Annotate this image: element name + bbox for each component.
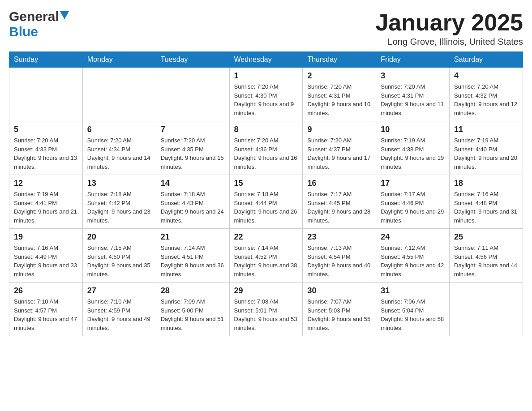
day-info: Sunrise: 7:20 AM Sunset: 4:36 PM Dayligh… xyxy=(234,136,298,171)
day-number: 23 xyxy=(307,232,371,242)
calendar-cell: 1Sunrise: 7:20 AM Sunset: 4:30 PM Daylig… xyxy=(229,68,303,121)
day-number: 27 xyxy=(87,286,151,295)
day-number: 3 xyxy=(381,71,445,81)
col-saturday: Saturday xyxy=(450,52,523,68)
calendar-cell: 6Sunrise: 7:20 AM Sunset: 4:34 PM Daylig… xyxy=(82,121,156,175)
svg-marker-0 xyxy=(60,11,69,19)
col-wednesday: Wednesday xyxy=(229,52,303,68)
day-number: 30 xyxy=(307,286,371,295)
calendar-cell: 2Sunrise: 7:20 AM Sunset: 4:31 PM Daylig… xyxy=(303,68,376,121)
day-number: 21 xyxy=(161,232,225,242)
calendar-cell: 25Sunrise: 7:11 AM Sunset: 4:56 PM Dayli… xyxy=(450,229,523,283)
calendar-cell: 28Sunrise: 7:09 AM Sunset: 5:00 PM Dayli… xyxy=(156,283,229,336)
calendar-cell xyxy=(82,68,156,121)
day-info: Sunrise: 7:06 AM Sunset: 5:04 PM Dayligh… xyxy=(381,297,445,332)
day-number: 29 xyxy=(234,286,298,295)
calendar-cell: 26Sunrise: 7:10 AM Sunset: 4:57 PM Dayli… xyxy=(9,283,83,336)
calendar-header-row: Sunday Monday Tuesday Wednesday Thursday… xyxy=(9,52,523,68)
day-number: 13 xyxy=(87,179,151,188)
day-number: 26 xyxy=(14,286,78,295)
col-friday: Friday xyxy=(376,52,450,68)
day-number: 4 xyxy=(454,71,518,81)
calendar-cell: 27Sunrise: 7:10 AM Sunset: 4:59 PM Dayli… xyxy=(82,283,156,336)
day-info: Sunrise: 7:08 AM Sunset: 5:01 PM Dayligh… xyxy=(234,297,298,332)
day-number: 24 xyxy=(381,232,445,242)
day-info: Sunrise: 7:11 AM Sunset: 4:56 PM Dayligh… xyxy=(454,244,518,278)
day-info: Sunrise: 7:09 AM Sunset: 5:00 PM Dayligh… xyxy=(161,297,225,332)
calendar-cell: 15Sunrise: 7:18 AM Sunset: 4:44 PM Dayli… xyxy=(229,175,303,229)
logo-general-text: General xyxy=(9,9,59,24)
day-info: Sunrise: 7:14 AM Sunset: 4:51 PM Dayligh… xyxy=(161,244,225,278)
calendar-cell: 3Sunrise: 7:20 AM Sunset: 4:31 PM Daylig… xyxy=(376,68,450,121)
day-info: Sunrise: 7:20 AM Sunset: 4:35 PM Dayligh… xyxy=(161,136,225,171)
calendar-cell: 9Sunrise: 7:20 AM Sunset: 4:37 PM Daylig… xyxy=(303,121,376,175)
col-tuesday: Tuesday xyxy=(156,52,229,68)
day-info: Sunrise: 7:10 AM Sunset: 4:59 PM Dayligh… xyxy=(87,297,151,332)
col-sunday: Sunday xyxy=(9,52,83,68)
day-number: 17 xyxy=(381,179,445,188)
day-info: Sunrise: 7:20 AM Sunset: 4:33 PM Dayligh… xyxy=(14,136,78,171)
day-info: Sunrise: 7:16 AM Sunset: 4:49 PM Dayligh… xyxy=(14,244,78,278)
calendar-cell: 4Sunrise: 7:20 AM Sunset: 4:32 PM Daylig… xyxy=(450,68,523,121)
calendar-week-4: 19Sunrise: 7:16 AM Sunset: 4:49 PM Dayli… xyxy=(9,229,523,283)
logo-triangle-icon xyxy=(60,11,69,20)
day-info: Sunrise: 7:14 AM Sunset: 4:52 PM Dayligh… xyxy=(234,244,298,278)
calendar-cell: 19Sunrise: 7:16 AM Sunset: 4:49 PM Dayli… xyxy=(9,229,83,283)
calendar-cell: 18Sunrise: 7:16 AM Sunset: 4:48 PM Dayli… xyxy=(450,175,523,229)
day-info: Sunrise: 7:17 AM Sunset: 4:46 PM Dayligh… xyxy=(381,190,445,225)
day-info: Sunrise: 7:18 AM Sunset: 4:43 PM Dayligh… xyxy=(161,190,225,225)
logo-blue-text: Blue xyxy=(9,24,38,39)
page-header: General Blue January 2025 Long Grove, Il… xyxy=(9,9,523,47)
col-monday: Monday xyxy=(82,52,156,68)
day-info: Sunrise: 7:16 AM Sunset: 4:48 PM Dayligh… xyxy=(454,190,518,225)
day-info: Sunrise: 7:19 AM Sunset: 4:38 PM Dayligh… xyxy=(381,136,445,171)
day-info: Sunrise: 7:13 AM Sunset: 4:54 PM Dayligh… xyxy=(307,244,371,278)
day-info: Sunrise: 7:20 AM Sunset: 4:31 PM Dayligh… xyxy=(381,82,445,117)
calendar-subtitle: Long Grove, Illinois, United States xyxy=(375,37,523,47)
calendar-cell xyxy=(450,283,523,336)
calendar-cell: 21Sunrise: 7:14 AM Sunset: 4:51 PM Dayli… xyxy=(156,229,229,283)
calendar-cell: 12Sunrise: 7:19 AM Sunset: 4:41 PM Dayli… xyxy=(9,175,83,229)
calendar-cell: 23Sunrise: 7:13 AM Sunset: 4:54 PM Dayli… xyxy=(303,229,376,283)
logo: General Blue xyxy=(9,9,69,39)
day-number: 28 xyxy=(161,286,225,295)
calendar-cell: 13Sunrise: 7:18 AM Sunset: 4:42 PM Dayli… xyxy=(82,175,156,229)
day-number: 5 xyxy=(14,125,78,134)
day-number: 12 xyxy=(14,179,78,188)
day-info: Sunrise: 7:20 AM Sunset: 4:34 PM Dayligh… xyxy=(87,136,151,171)
day-info: Sunrise: 7:20 AM Sunset: 4:31 PM Dayligh… xyxy=(307,82,371,117)
day-number: 25 xyxy=(454,232,518,242)
day-info: Sunrise: 7:19 AM Sunset: 4:40 PM Dayligh… xyxy=(454,136,518,171)
day-number: 10 xyxy=(381,125,445,134)
day-info: Sunrise: 7:18 AM Sunset: 4:44 PM Dayligh… xyxy=(234,190,298,225)
day-number: 7 xyxy=(161,125,225,134)
day-info: Sunrise: 7:10 AM Sunset: 4:57 PM Dayligh… xyxy=(14,297,78,332)
calendar-week-5: 26Sunrise: 7:10 AM Sunset: 4:57 PM Dayli… xyxy=(9,283,523,336)
calendar-week-2: 5Sunrise: 7:20 AM Sunset: 4:33 PM Daylig… xyxy=(9,121,523,175)
day-number: 2 xyxy=(307,71,371,81)
day-number: 18 xyxy=(454,179,518,188)
day-info: Sunrise: 7:17 AM Sunset: 4:45 PM Dayligh… xyxy=(307,190,371,225)
day-info: Sunrise: 7:20 AM Sunset: 4:30 PM Dayligh… xyxy=(234,82,298,117)
day-number: 15 xyxy=(234,179,298,188)
calendar-cell: 24Sunrise: 7:12 AM Sunset: 4:55 PM Dayli… xyxy=(376,229,450,283)
calendar-title: January 2025 xyxy=(375,9,523,36)
calendar-cell xyxy=(156,68,229,121)
calendar-cell: 29Sunrise: 7:08 AM Sunset: 5:01 PM Dayli… xyxy=(229,283,303,336)
day-number: 20 xyxy=(87,232,151,242)
day-info: Sunrise: 7:19 AM Sunset: 4:41 PM Dayligh… xyxy=(14,190,78,225)
day-number: 8 xyxy=(234,125,298,134)
calendar-table: Sunday Monday Tuesday Wednesday Thursday… xyxy=(9,51,523,336)
day-number: 16 xyxy=(307,179,371,188)
day-number: 19 xyxy=(14,232,78,242)
calendar-cell: 8Sunrise: 7:20 AM Sunset: 4:36 PM Daylig… xyxy=(229,121,303,175)
calendar-cell: 11Sunrise: 7:19 AM Sunset: 4:40 PM Dayli… xyxy=(450,121,523,175)
day-info: Sunrise: 7:15 AM Sunset: 4:50 PM Dayligh… xyxy=(87,244,151,278)
calendar-cell: 30Sunrise: 7:07 AM Sunset: 5:03 PM Dayli… xyxy=(303,283,376,336)
day-number: 9 xyxy=(307,125,371,134)
calendar-cell: 22Sunrise: 7:14 AM Sunset: 4:52 PM Dayli… xyxy=(229,229,303,283)
calendar-cell: 5Sunrise: 7:20 AM Sunset: 4:33 PM Daylig… xyxy=(9,121,83,175)
calendar-week-3: 12Sunrise: 7:19 AM Sunset: 4:41 PM Dayli… xyxy=(9,175,523,229)
day-info: Sunrise: 7:07 AM Sunset: 5:03 PM Dayligh… xyxy=(307,297,371,332)
day-number: 22 xyxy=(234,232,298,242)
